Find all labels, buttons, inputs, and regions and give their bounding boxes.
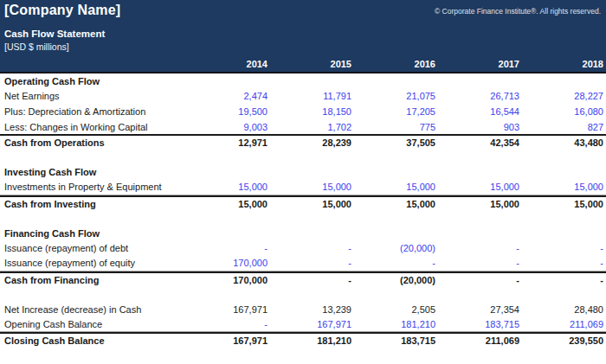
- value-cell[interactable]: 181,210: [270, 335, 354, 346]
- value-cell[interactable]: -: [354, 258, 438, 268]
- statement-subtitle: [USD $ millions]: [4, 42, 69, 52]
- table-row: Operating Cash Flow: [0, 73, 606, 89]
- value-cell[interactable]: 12,971: [186, 137, 270, 148]
- value-cell[interactable]: -: [270, 243, 354, 253]
- company-name-cell[interactable]: [Company Name]: [4, 3, 120, 18]
- value-cell[interactable]: 170,000: [186, 275, 270, 285]
- value-cell[interactable]: 167,971: [186, 304, 270, 315]
- value-cell[interactable]: -: [438, 275, 522, 285]
- value-cell[interactable]: 28,480: [522, 304, 606, 315]
- value-cell[interactable]: 15,000: [186, 182, 270, 192]
- value-cell[interactable]: 15,000: [522, 199, 606, 209]
- table-row: Investing Cash Flow: [0, 165, 606, 181]
- value-cell[interactable]: 37,505: [354, 137, 438, 148]
- value-cell[interactable]: 15,000: [522, 182, 606, 192]
- row-label[interactable]: Issuance (repayment) of equity: [0, 258, 186, 268]
- value-cell[interactable]: 211,069: [438, 335, 522, 346]
- value-cell[interactable]: 167,971: [186, 335, 270, 346]
- value-cell[interactable]: 16,080: [522, 106, 606, 117]
- value-cell[interactable]: 27,354: [438, 304, 522, 315]
- value-cell[interactable]: 42,354: [438, 137, 522, 148]
- value-cell[interactable]: 827: [522, 122, 606, 132]
- value-cell[interactable]: -: [522, 243, 606, 253]
- table-row: Plus: Depreciation & Amortization19,5001…: [0, 104, 606, 119]
- value-cell[interactable]: 18,150: [270, 106, 354, 117]
- year-cell[interactable]: 2018: [522, 59, 606, 69]
- value-cell[interactable]: 15,000: [354, 182, 438, 192]
- sheet-body: Operating Cash FlowNet Earnings2,47411,7…: [0, 73, 606, 362]
- copyright-text: © Corporate Finance Institute®. All righ…: [435, 7, 601, 16]
- value-cell[interactable]: -: [270, 258, 354, 268]
- value-cell[interactable]: 15,000: [270, 182, 354, 192]
- value-cell[interactable]: -: [270, 275, 354, 285]
- table-row: Net Increase (decrease) in Cash167,97113…: [0, 302, 606, 317]
- value-cell[interactable]: 11,791: [270, 91, 354, 101]
- value-cell[interactable]: 775: [354, 122, 438, 132]
- row-label[interactable]: Investing Cash Flow: [0, 167, 186, 177]
- row-label[interactable]: Operating Cash Flow: [0, 76, 186, 86]
- spacer-row: [0, 348, 606, 363]
- value-cell[interactable]: -: [438, 258, 522, 268]
- spacer-row: [0, 150, 606, 165]
- row-label[interactable]: Cash from Investing: [0, 199, 186, 209]
- value-cell[interactable]: 903: [438, 122, 522, 132]
- year-cell[interactable]: 2014: [186, 59, 270, 69]
- value-cell[interactable]: 167,971: [270, 319, 354, 329]
- value-cell[interactable]: 183,715: [354, 335, 438, 346]
- statement-title: Cash Flow Statement: [4, 29, 105, 39]
- row-label[interactable]: Cash from Operations: [0, 137, 186, 148]
- value-cell[interactable]: 2,474: [186, 91, 270, 101]
- value-cell[interactable]: 28,227: [522, 91, 606, 101]
- row-label[interactable]: Net Earnings: [0, 91, 186, 101]
- row-label[interactable]: Financing Cash Flow: [0, 228, 186, 239]
- row-label[interactable]: Plus: Depreciation & Amortization: [0, 106, 186, 117]
- row-label[interactable]: Cash from Financing: [0, 275, 186, 285]
- value-cell[interactable]: 13,239: [270, 304, 354, 315]
- value-cell[interactable]: -: [522, 258, 606, 268]
- value-cell[interactable]: 9,003: [186, 122, 270, 132]
- row-label[interactable]: Issuance (repayment) of debt: [0, 243, 186, 253]
- value-cell[interactable]: 15,000: [354, 199, 438, 209]
- value-cell[interactable]: (20,000): [354, 275, 438, 285]
- year-cell[interactable]: 2016: [354, 59, 438, 69]
- table-row: Cash from Financing170,000-(20,000)--: [0, 271, 606, 287]
- value-cell[interactable]: 17,205: [354, 106, 438, 117]
- row-label[interactable]: Closing Cash Balance: [0, 335, 186, 346]
- value-cell[interactable]: 170,000: [186, 258, 270, 268]
- value-cell[interactable]: 21,075: [354, 91, 438, 101]
- value-cell[interactable]: -: [186, 319, 270, 329]
- value-cell[interactable]: 211,069: [522, 319, 606, 329]
- year-header-row: 2014 2015 2016 2017 2018: [0, 59, 606, 69]
- table-row: Investments in Property & Equipment15,00…: [0, 180, 606, 195]
- value-cell[interactable]: -: [186, 243, 270, 253]
- spreadsheet: [Company Name] © Corporate Finance Insti…: [0, 0, 606, 364]
- value-cell[interactable]: 2,505: [354, 304, 438, 315]
- year-row-spacer: [0, 59, 186, 69]
- year-cell[interactable]: 2015: [270, 59, 354, 69]
- value-cell[interactable]: 183,715: [438, 319, 522, 329]
- row-label[interactable]: Net Increase (decrease) in Cash: [0, 304, 186, 315]
- value-cell[interactable]: 15,000: [438, 199, 522, 209]
- value-cell[interactable]: (20,000): [354, 243, 438, 253]
- row-label[interactable]: Investments in Property & Equipment: [0, 182, 186, 192]
- value-cell[interactable]: 43,480: [522, 137, 606, 148]
- value-cell[interactable]: 19,500: [186, 106, 270, 117]
- value-cell[interactable]: 15,000: [186, 199, 270, 209]
- value-cell[interactable]: -: [522, 275, 606, 285]
- value-cell[interactable]: 239,550: [522, 335, 606, 346]
- value-cell[interactable]: -: [438, 243, 522, 253]
- value-cell[interactable]: 28,239: [270, 137, 354, 148]
- row-label[interactable]: Less: Changes in Working Capital: [0, 122, 186, 132]
- table-row: Issuance (repayment) of debt--(20,000)--: [0, 241, 606, 257]
- value-cell[interactable]: 1,702: [270, 122, 354, 132]
- year-cell[interactable]: 2017: [438, 59, 522, 69]
- value-cell[interactable]: 15,000: [270, 199, 354, 209]
- value-cell[interactable]: 16,544: [438, 106, 522, 117]
- table-row: Cash from Investing15,00015,00015,00015,…: [0, 195, 606, 211]
- table-row: Closing Cash Balance167,971181,210183,71…: [0, 332, 606, 348]
- value-cell[interactable]: 181,210: [354, 319, 438, 329]
- row-label[interactable]: Opening Cash Balance: [0, 319, 186, 329]
- table-row: Issuance (repayment) of equity170,000---…: [0, 256, 606, 271]
- value-cell[interactable]: 26,713: [438, 91, 522, 101]
- value-cell[interactable]: 15,000: [438, 182, 522, 192]
